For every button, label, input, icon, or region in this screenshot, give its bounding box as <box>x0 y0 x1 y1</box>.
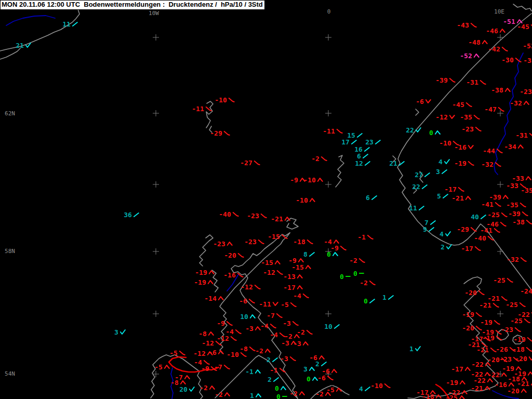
tendency-symbol <box>445 159 449 164</box>
station-value: -26 <box>496 345 508 353</box>
station-value: -42 <box>488 45 500 53</box>
station-value: -13 <box>283 273 295 281</box>
station-value: 2 <box>315 360 320 368</box>
tendency-symbol <box>265 349 270 352</box>
tendency-symbol <box>422 185 427 189</box>
station-value: 6 <box>366 194 370 202</box>
tendency-symbol <box>274 378 278 381</box>
station-value: -19 <box>462 311 474 318</box>
tendency-symbol <box>337 388 341 391</box>
title-bar: MON 20.11.06 12:00 UTC Bodenwettermeldun… <box>0 0 265 10</box>
station-value: -18 <box>293 238 305 246</box>
lat-label: 54N <box>5 370 15 377</box>
tendency-symbol <box>450 115 455 118</box>
station-value: -20 <box>464 289 477 297</box>
tendency-symbol <box>224 131 230 135</box>
tendency-symbol <box>357 134 362 137</box>
station-value: 0 <box>276 393 281 399</box>
tendency-symbol <box>494 303 499 307</box>
tendency-symbol <box>281 387 286 390</box>
station-value: -25 <box>493 276 505 284</box>
border-line <box>6 16 55 25</box>
tendency-symbol <box>308 240 313 244</box>
station-value: -2 <box>215 391 223 398</box>
tendency-symbol <box>471 228 476 231</box>
tendency-symbol <box>285 217 290 220</box>
lon-label: 10E <box>494 8 504 15</box>
station-value: -29 <box>457 225 469 233</box>
station-value: -17 <box>451 365 463 373</box>
tendency-symbol <box>442 170 447 174</box>
station-value: -3 <box>281 339 289 347</box>
tendency-symbol <box>259 240 264 244</box>
coastline-path <box>200 235 213 266</box>
tendency-symbol <box>425 173 430 177</box>
tendency-symbol <box>518 145 523 148</box>
tendency-symbol <box>256 394 261 397</box>
tendency-symbol <box>310 367 314 370</box>
station-value: -15 <box>261 259 273 267</box>
station-value: -2 <box>315 390 324 398</box>
station-value: -9 <box>290 176 298 184</box>
tendency-symbol <box>227 322 232 325</box>
tendency-symbol <box>528 372 532 375</box>
station-value: 27 <box>415 171 423 179</box>
station-value: 3 <box>436 168 440 176</box>
tendency-symbol <box>479 291 484 295</box>
station-value: -12 <box>263 269 275 276</box>
station-value: -47 <box>484 105 496 113</box>
station-value: -21 <box>476 346 489 354</box>
grid-cross <box>497 248 503 255</box>
tendency-symbol <box>310 198 315 202</box>
station-value: -16 <box>495 381 507 389</box>
tendency-symbol <box>499 108 504 111</box>
station-value: 0 <box>275 384 279 392</box>
tendency-symbol <box>303 294 309 298</box>
tendency-symbol <box>471 23 476 27</box>
grid-cross <box>153 311 159 317</box>
station-value: -25 <box>506 301 517 309</box>
tendency-symbol <box>506 88 510 91</box>
station-value: -32 <box>510 99 522 107</box>
tendency-symbol <box>520 303 525 307</box>
station-value: -19 <box>513 336 525 343</box>
station-value: -4 <box>260 322 269 330</box>
station-value: -39 <box>508 210 520 218</box>
tendency-symbol <box>368 235 373 239</box>
tendency-symbol <box>190 387 194 391</box>
station-value: -3 <box>280 355 288 363</box>
grid-cross <box>497 311 503 317</box>
station-value: 22 <box>406 126 414 134</box>
tendency-symbol <box>515 328 521 331</box>
tendency-symbol <box>467 103 472 107</box>
tendency-symbol <box>333 252 338 256</box>
tendency-symbol <box>528 338 532 341</box>
station-value: -8 <box>198 330 207 338</box>
lon-label: 0 <box>327 8 331 15</box>
grid-cross <box>325 34 331 41</box>
station-value: -7 <box>267 312 275 320</box>
station-value: -4 <box>293 292 301 300</box>
tendency-symbol <box>273 358 277 362</box>
coastline-path <box>287 218 298 229</box>
tendency-symbol <box>524 101 529 104</box>
station-value: -1 <box>270 366 278 374</box>
tendency-symbol <box>219 297 223 300</box>
station-value: -40 <box>219 210 231 218</box>
station-value: -19 <box>480 318 492 326</box>
station-value: 20 <box>179 385 188 393</box>
station-value: -52 <box>460 52 472 60</box>
tendency-symbol <box>370 281 375 285</box>
tendency-symbol <box>352 140 356 144</box>
tendency-symbol <box>370 299 375 303</box>
tendency-symbol <box>447 245 451 249</box>
tendency-symbol <box>277 314 282 317</box>
tendency-symbol <box>385 384 390 388</box>
station-value: -5 <box>281 301 289 309</box>
station-value: -33 <box>523 57 532 64</box>
tendency-symbol <box>443 194 448 198</box>
station-value: -31 <box>466 78 478 86</box>
station-value: 5 <box>437 192 441 200</box>
station-value: 1 <box>409 345 414 353</box>
station-value: -2 <box>200 384 208 392</box>
